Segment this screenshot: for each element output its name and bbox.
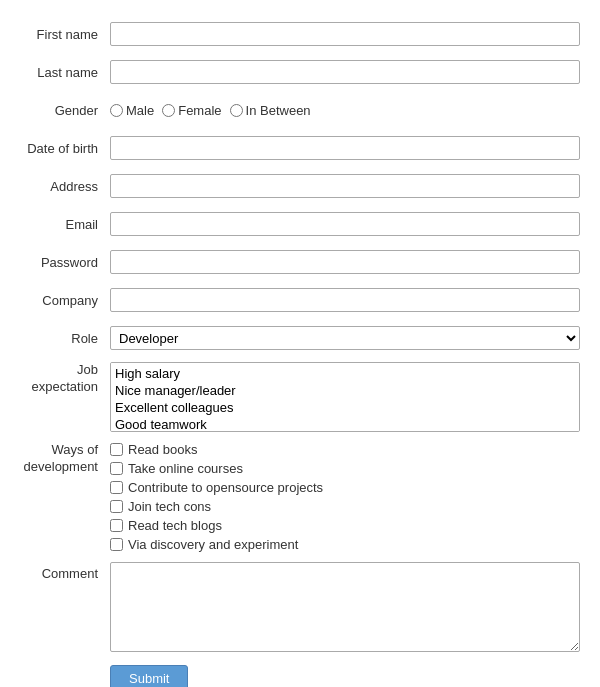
job-expectation-listbox[interactable]: High salary Nice manager/leader Excellen… [110, 362, 580, 432]
job-expectation-label-line1: Job [77, 362, 98, 377]
dev-read-books-checkbox[interactable] [110, 443, 123, 456]
job-option-excellent-colleagues: Excellent colleagues [113, 399, 577, 416]
gender-options: Male Female In Between [110, 103, 580, 118]
comment-label: Comment [20, 562, 110, 581]
job-expectation-label: Job expectation [20, 362, 110, 396]
role-field-wrapper: Developer Designer Manager Tester [110, 326, 580, 350]
role-label: Role [20, 331, 110, 346]
gender-row: Gender Male Female In Between [20, 96, 580, 124]
gender-inbetween-label: In Between [246, 103, 311, 118]
first-name-row: First name [20, 20, 580, 48]
gender-female-option[interactable]: Female [162, 103, 221, 118]
job-option-nice-manager: Nice manager/leader [113, 382, 577, 399]
dev-discovery-option[interactable]: Via discovery and experiment [110, 537, 580, 552]
comment-field-wrapper [110, 562, 580, 655]
submit-row: Submit [20, 665, 580, 687]
dob-label: Date of birth [20, 141, 110, 156]
comment-textarea[interactable] [110, 562, 580, 652]
gender-inbetween-option[interactable]: In Between [230, 103, 311, 118]
gender-female-radio[interactable] [162, 104, 175, 117]
dev-tech-blogs-label: Read tech blogs [128, 518, 222, 533]
gender-male-label: Male [126, 103, 154, 118]
dev-join-tech-option[interactable]: Join tech cons [110, 499, 580, 514]
first-name-input[interactable] [110, 22, 580, 46]
ways-label-line2: development [24, 459, 98, 474]
dev-online-courses-checkbox[interactable] [110, 462, 123, 475]
role-select[interactable]: Developer Designer Manager Tester [110, 326, 580, 350]
email-input[interactable] [110, 212, 580, 236]
company-row: Company [20, 286, 580, 314]
dev-tech-blogs-checkbox[interactable] [110, 519, 123, 532]
ways-label-line1: Ways of [52, 442, 98, 457]
dev-discovery-checkbox[interactable] [110, 538, 123, 551]
email-field-wrapper [110, 212, 580, 236]
ways-of-development-options: Read books Take online courses Contribut… [110, 442, 580, 552]
dob-input[interactable] [110, 136, 580, 160]
company-input[interactable] [110, 288, 580, 312]
dev-read-books-option[interactable]: Read books [110, 442, 580, 457]
gender-male-radio[interactable] [110, 104, 123, 117]
dev-opensource-label: Contribute to opensource projects [128, 480, 323, 495]
password-field-wrapper [110, 250, 580, 274]
password-row: Password [20, 248, 580, 276]
company-label: Company [20, 293, 110, 308]
email-row: Email [20, 210, 580, 238]
last-name-label: Last name [20, 65, 110, 80]
job-expectation-field-wrapper: High salary Nice manager/leader Excellen… [110, 362, 580, 432]
dev-opensource-option[interactable]: Contribute to opensource projects [110, 480, 580, 495]
dob-row: Date of birth [20, 134, 580, 162]
job-expectation-row: Job expectation High salary Nice manager… [20, 362, 580, 432]
last-name-input[interactable] [110, 60, 580, 84]
first-name-field-wrapper [110, 22, 580, 46]
address-label: Address [20, 179, 110, 194]
password-input[interactable] [110, 250, 580, 274]
submit-button[interactable]: Submit [110, 665, 188, 687]
gender-label: Gender [20, 103, 110, 118]
job-expectation-label-line2: expectation [32, 379, 99, 394]
first-name-label: First name [20, 27, 110, 42]
role-row: Role Developer Designer Manager Tester [20, 324, 580, 352]
gender-inbetween-radio[interactable] [230, 104, 243, 117]
dev-online-courses-option[interactable]: Take online courses [110, 461, 580, 476]
dev-online-courses-label: Take online courses [128, 461, 243, 476]
form-container: First name Last name Gender Male Female [0, 10, 600, 687]
comment-row: Comment [20, 562, 580, 655]
dev-opensource-checkbox[interactable] [110, 481, 123, 494]
last-name-field-wrapper [110, 60, 580, 84]
gender-male-option[interactable]: Male [110, 103, 154, 118]
job-option-high-salary: High salary [113, 365, 577, 382]
company-field-wrapper [110, 288, 580, 312]
email-label: Email [20, 217, 110, 232]
address-field-wrapper [110, 174, 580, 198]
dev-discovery-label: Via discovery and experiment [128, 537, 298, 552]
dev-join-tech-label: Join tech cons [128, 499, 211, 514]
address-input[interactable] [110, 174, 580, 198]
gender-female-label: Female [178, 103, 221, 118]
dob-field-wrapper [110, 136, 580, 160]
dev-join-tech-checkbox[interactable] [110, 500, 123, 513]
address-row: Address [20, 172, 580, 200]
password-label: Password [20, 255, 110, 270]
ways-of-development-label: Ways of development [20, 442, 110, 476]
ways-of-development-row: Ways of development Read books Take onli… [20, 442, 580, 552]
job-option-good-teamwork: Good teamwork [113, 416, 577, 432]
dev-tech-blogs-option[interactable]: Read tech blogs [110, 518, 580, 533]
dev-read-books-label: Read books [128, 442, 197, 457]
last-name-row: Last name [20, 58, 580, 86]
